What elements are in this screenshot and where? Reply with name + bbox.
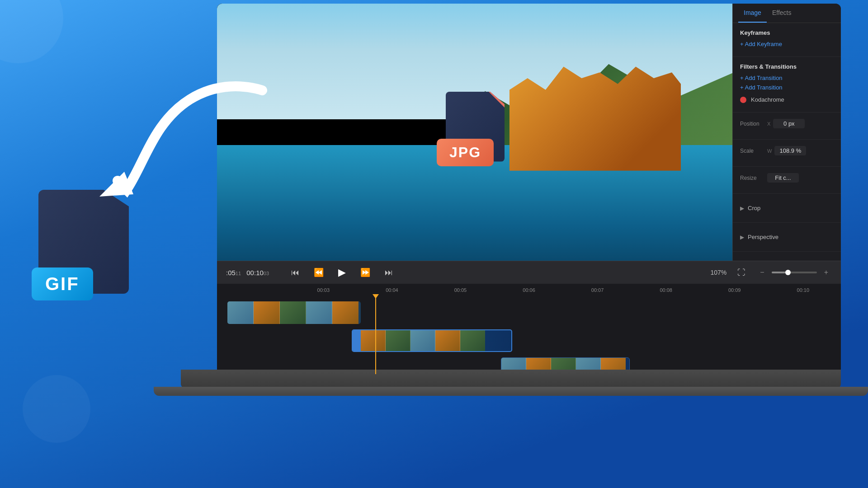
clip-thumb-2-d [435, 330, 460, 351]
clip-thumb-2-a [361, 330, 386, 351]
skip-forward-button[interactable]: ⏭ [381, 266, 396, 279]
timeline-track-2 [221, 328, 837, 353]
zoom-slider[interactable] [772, 272, 817, 273]
gif-badge: GIF [32, 267, 93, 300]
clip-thumb-2-c [410, 330, 435, 351]
scale-w-value[interactable]: 108.9 % [774, 146, 806, 155]
zoom-slider-thumb [785, 270, 791, 275]
jpg-badge: JPG [437, 139, 494, 166]
clip-thumb-1-a [227, 301, 254, 324]
ruler-mark-0 [221, 287, 289, 296]
decorative-circle-2 [23, 375, 90, 443]
ruler-mark-4: 00:06 [495, 287, 563, 296]
resize-value[interactable]: Fit c... [767, 173, 799, 183]
add-transition-2-button[interactable]: + Add Transition [740, 84, 834, 91]
perspective-label: Perspective [748, 234, 778, 240]
timeline-ruler: 00:03 00:04 00:05 00:06 00:07 00:08 00:0… [217, 287, 841, 296]
right-panel: Image Effects Keyframes + Add Keyframe F… [732, 4, 841, 261]
jpg-file-fold [489, 92, 505, 108]
zoom-slider-fill [772, 272, 785, 273]
ruler-mark-1: 00:03 [289, 287, 358, 296]
fast-forward-button[interactable]: ⏩ [357, 266, 374, 279]
crop-toggle[interactable]: ▶ Crop [740, 200, 834, 216]
filters-section: Filters & Transitions + Add Transition +… [733, 57, 841, 113]
x-axis-icon: X [767, 121, 770, 127]
ruler-mark-8: 00:10 [769, 287, 838, 296]
svg-marker-0 [99, 172, 133, 197]
resize-section: Resize Fit c... [733, 167, 841, 194]
tab-image[interactable]: Image [738, 4, 767, 23]
kodachrome-filter[interactable]: Kodachrome [740, 94, 834, 106]
tab-effects[interactable]: Effects [767, 4, 797, 23]
filters-title: Filters & Transitions [740, 63, 834, 70]
jpg-icon-container: JPG [446, 92, 518, 173]
perspective-section: ▶ Perspective [733, 223, 841, 252]
perspective-arrow-icon: ▶ [740, 234, 744, 240]
laptop-base [154, 387, 868, 396]
editor-main: JPG Image Effects Keyframes + Add Keyfra… [217, 4, 841, 261]
ruler-mark-5: 00:07 [563, 287, 632, 296]
curved-arrow-icon [90, 63, 280, 217]
playhead[interactable] [375, 296, 376, 374]
editor-container: JPG Image Effects Keyframes + Add Keyfra… [217, 4, 841, 374]
resize-label: Resize [740, 175, 767, 181]
clip-thumb-2-e [460, 330, 485, 351]
fullscreen-button[interactable]: ⛶ [734, 266, 749, 279]
track-clip-1[interactable] [227, 301, 361, 324]
scale-label: Scale [740, 148, 767, 154]
crop-arrow-icon: ▶ [740, 205, 744, 211]
timeline: 00:03 00:04 00:05 00:06 00:07 00:08 00:0… [217, 284, 841, 374]
zoom-controls: − + [756, 267, 832, 278]
add-transition-1-button[interactable]: + Add Transition [740, 75, 834, 81]
arrow-container [90, 63, 280, 217]
position-label: Position [740, 121, 767, 127]
ruler-mark-7: 00:09 [700, 287, 769, 296]
clip-thumb-1-b [254, 301, 280, 324]
clip-thumb-2-b [386, 330, 410, 351]
current-time-display: :0511 00:1003 [226, 269, 280, 277]
scale-section: Scale W 108.9 % [733, 140, 841, 167]
keyframes-section: Keyframes + Add Keyframe [733, 23, 841, 57]
keyframes-title: Keyframes [740, 29, 834, 36]
w-axis-icon: W [767, 148, 772, 154]
position-x-value[interactable]: 0 px [773, 119, 805, 128]
rewind-button[interactable]: ⏪ [310, 266, 327, 279]
position-section: Position X 0 px [733, 113, 841, 140]
zoom-percent-display: 107% [711, 269, 727, 276]
timeline-tracks [217, 296, 841, 374]
crop-section: ▶ Crop [733, 194, 841, 223]
laptop-body [181, 370, 841, 388]
zoom-out-icon: − [756, 267, 768, 278]
playhead-triangle [373, 294, 379, 299]
scale-row: Scale W 108.9 % [740, 146, 834, 155]
ruler-mark-2: 00:04 [358, 287, 426, 296]
laptop-screen: JPG Image Effects Keyframes + Add Keyfra… [217, 4, 841, 374]
panel-tabs: Image Effects [733, 4, 841, 23]
timeline-track-1 [221, 300, 837, 325]
position-row: Position X 0 px [740, 119, 834, 128]
filter-color-dot [740, 97, 746, 103]
play-button[interactable]: ▶ [335, 265, 349, 280]
clip-thumb-1-c [280, 301, 306, 324]
crop-label: Crop [748, 205, 760, 211]
ruler-mark-3: 00:05 [426, 287, 495, 296]
perspective-toggle[interactable]: ▶ Perspective [740, 229, 834, 245]
zoom-in-icon: + [821, 267, 832, 278]
filter-name-label: Kodachrome [751, 96, 784, 103]
clip-thumb-1-e [332, 301, 359, 324]
resize-row: Resize Fit c... [740, 173, 834, 183]
playback-bar: :0511 00:1003 ⏮ ⏪ ▶ ⏩ ⏭ 107% ⛶ − [217, 261, 841, 284]
ruler-mark-6: 00:08 [632, 287, 700, 296]
video-preview: JPG [217, 4, 732, 261]
clip-thumb-1-d [306, 301, 332, 324]
clip-thumb-2-handle [353, 330, 361, 352]
add-keyframe-button[interactable]: + Add Keyframe [740, 41, 834, 47]
skip-back-button[interactable]: ⏮ [288, 266, 303, 279]
